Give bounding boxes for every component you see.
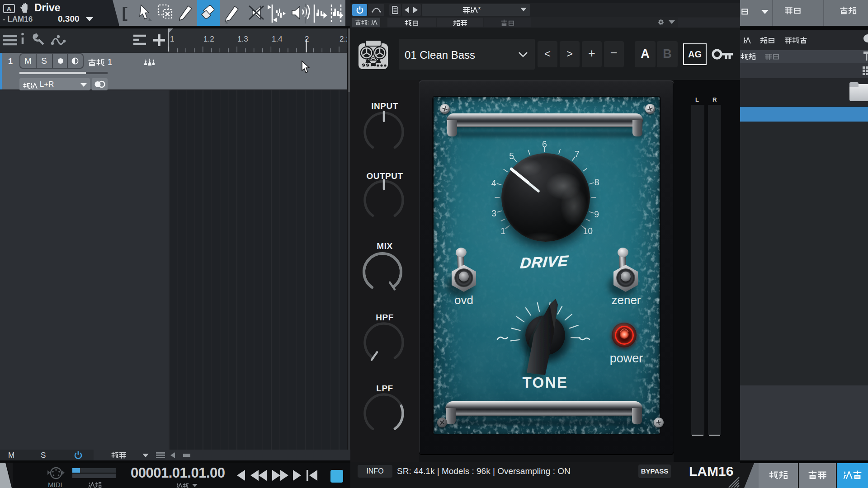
svg-text:6: 6 (542, 139, 547, 149)
svg-text:9: 9 (594, 209, 599, 219)
svg-text:8: 8 (594, 177, 599, 187)
svg-text:3: 3 (491, 208, 496, 218)
svg-text:4: 4 (491, 178, 496, 188)
